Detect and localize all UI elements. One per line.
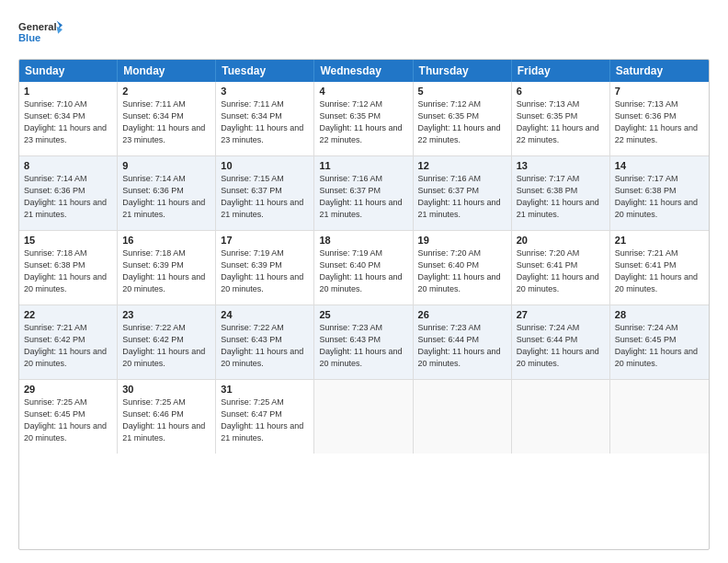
calendar-cell: 8 Sunrise: 7:14 AMSunset: 6:36 PMDayligh… <box>19 156 118 230</box>
day-number: 25 <box>319 309 407 320</box>
calendar-cell: 18 Sunrise: 7:19 AMSunset: 6:40 PMDaylig… <box>314 231 413 304</box>
calendar-cell: 30 Sunrise: 7:25 AMSunset: 6:46 PMDaylig… <box>118 380 216 454</box>
calendar: SundayMondayTuesdayWednesdayThursdayFrid… <box>18 59 710 550</box>
day-number: 19 <box>418 235 506 246</box>
day-number: 17 <box>221 235 309 246</box>
day-number: 20 <box>517 235 605 246</box>
svg-text:Blue: Blue <box>18 32 40 43</box>
day-number: 3 <box>221 86 309 97</box>
calendar-cell: 15 Sunrise: 7:18 AMSunset: 6:38 PMDaylig… <box>19 231 118 304</box>
day-number: 23 <box>122 309 210 320</box>
day-info: Sunrise: 7:19 AMSunset: 6:39 PMDaylight:… <box>221 248 303 293</box>
calendar-cell: 9 Sunrise: 7:14 AMSunset: 6:36 PMDayligh… <box>118 156 216 230</box>
calendar-cell: 4 Sunrise: 7:12 AMSunset: 6:35 PMDayligh… <box>314 82 413 155</box>
calendar-cell: 23 Sunrise: 7:22 AMSunset: 6:42 PMDaylig… <box>118 305 216 379</box>
day-info: Sunrise: 7:14 AMSunset: 6:36 PMDaylight:… <box>24 174 107 219</box>
calendar-cell <box>414 380 512 454</box>
day-info: Sunrise: 7:17 AMSunset: 6:38 PMDaylight:… <box>517 174 599 219</box>
calendar-header-cell: Saturday <box>610 60 709 82</box>
day-info: Sunrise: 7:10 AMSunset: 6:34 PMDaylight:… <box>24 99 107 144</box>
day-number: 12 <box>418 160 506 171</box>
day-info: Sunrise: 7:25 AMSunset: 6:47 PMDaylight:… <box>221 397 303 442</box>
day-info: Sunrise: 7:25 AMSunset: 6:45 PMDaylight:… <box>24 397 107 442</box>
calendar-cell: 3 Sunrise: 7:11 AMSunset: 6:34 PMDayligh… <box>216 82 314 155</box>
day-number: 8 <box>24 160 112 171</box>
calendar-cell: 17 Sunrise: 7:19 AMSunset: 6:39 PMDaylig… <box>216 231 314 304</box>
calendar-cell: 24 Sunrise: 7:22 AMSunset: 6:43 PMDaylig… <box>216 305 314 379</box>
calendar-week: 1 Sunrise: 7:10 AMSunset: 6:34 PMDayligh… <box>19 82 709 156</box>
day-number: 6 <box>517 86 605 97</box>
calendar-cell: 5 Sunrise: 7:12 AMSunset: 6:35 PMDayligh… <box>414 82 512 155</box>
day-info: Sunrise: 7:13 AMSunset: 6:35 PMDaylight:… <box>517 99 599 144</box>
day-number: 24 <box>221 309 309 320</box>
day-info: Sunrise: 7:11 AMSunset: 6:34 PMDaylight:… <box>122 99 205 144</box>
calendar-cell: 26 Sunrise: 7:23 AMSunset: 6:44 PMDaylig… <box>414 305 512 379</box>
calendar-header-cell: Thursday <box>414 60 512 82</box>
day-number: 7 <box>615 86 704 97</box>
day-info: Sunrise: 7:15 AMSunset: 6:37 PMDaylight:… <box>221 174 303 219</box>
day-number: 13 <box>517 160 605 171</box>
day-number: 26 <box>418 309 506 320</box>
calendar-cell: 20 Sunrise: 7:20 AMSunset: 6:41 PMDaylig… <box>512 231 610 304</box>
svg-text:General: General <box>18 21 57 32</box>
calendar-cell: 22 Sunrise: 7:21 AMSunset: 6:42 PMDaylig… <box>19 305 118 379</box>
calendar-cell <box>512 380 610 454</box>
calendar-cell: 29 Sunrise: 7:25 AMSunset: 6:45 PMDaylig… <box>19 380 118 454</box>
day-info: Sunrise: 7:11 AMSunset: 6:34 PMDaylight:… <box>221 99 303 144</box>
calendar-week: 22 Sunrise: 7:21 AMSunset: 6:42 PMDaylig… <box>19 305 709 380</box>
day-number: 2 <box>122 86 210 97</box>
day-number: 28 <box>615 309 704 320</box>
calendar-cell: 12 Sunrise: 7:16 AMSunset: 6:37 PMDaylig… <box>414 156 512 230</box>
calendar-header-cell: Tuesday <box>216 60 314 82</box>
day-info: Sunrise: 7:23 AMSunset: 6:43 PMDaylight:… <box>319 323 402 368</box>
day-info: Sunrise: 7:24 AMSunset: 6:44 PMDaylight:… <box>517 323 599 368</box>
day-info: Sunrise: 7:16 AMSunset: 6:37 PMDaylight:… <box>418 174 501 219</box>
calendar-cell: 16 Sunrise: 7:18 AMSunset: 6:39 PMDaylig… <box>118 231 216 304</box>
day-number: 16 <box>122 235 210 246</box>
day-number: 1 <box>24 86 112 97</box>
day-info: Sunrise: 7:16 AMSunset: 6:37 PMDaylight:… <box>319 174 402 219</box>
calendar-cell: 2 Sunrise: 7:11 AMSunset: 6:34 PMDayligh… <box>118 82 216 155</box>
day-number: 29 <box>24 384 112 395</box>
calendar-week: 29 Sunrise: 7:25 AMSunset: 6:45 PMDaylig… <box>19 380 709 454</box>
day-info: Sunrise: 7:23 AMSunset: 6:44 PMDaylight:… <box>418 323 501 368</box>
calendar-cell: 25 Sunrise: 7:23 AMSunset: 6:43 PMDaylig… <box>314 305 413 379</box>
calendar-cell <box>314 380 413 454</box>
calendar-cell: 21 Sunrise: 7:21 AMSunset: 6:41 PMDaylig… <box>610 231 709 304</box>
day-info: Sunrise: 7:22 AMSunset: 6:42 PMDaylight:… <box>122 323 205 368</box>
day-info: Sunrise: 7:14 AMSunset: 6:36 PMDaylight:… <box>122 174 205 219</box>
header: General Blue <box>18 17 710 50</box>
day-info: Sunrise: 7:12 AMSunset: 6:35 PMDaylight:… <box>418 99 501 144</box>
day-info: Sunrise: 7:24 AMSunset: 6:45 PMDaylight:… <box>615 323 698 368</box>
day-info: Sunrise: 7:18 AMSunset: 6:39 PMDaylight:… <box>122 248 205 293</box>
day-number: 14 <box>615 160 704 171</box>
page: General Blue SundayMondayTuesdayWednesda… <box>0 0 728 563</box>
day-info: Sunrise: 7:13 AMSunset: 6:36 PMDaylight:… <box>615 99 698 144</box>
calendar-header-cell: Wednesday <box>314 60 413 82</box>
calendar-cell: 27 Sunrise: 7:24 AMSunset: 6:44 PMDaylig… <box>512 305 610 379</box>
day-info: Sunrise: 7:22 AMSunset: 6:43 PMDaylight:… <box>221 323 303 368</box>
day-number: 31 <box>221 384 309 395</box>
calendar-header-cell: Sunday <box>19 60 118 82</box>
calendar-cell: 31 Sunrise: 7:25 AMSunset: 6:47 PMDaylig… <box>216 380 314 454</box>
day-number: 30 <box>122 384 210 395</box>
day-number: 10 <box>221 160 309 171</box>
calendar-cell <box>610 380 709 454</box>
day-number: 15 <box>24 235 112 246</box>
day-number: 11 <box>319 160 407 171</box>
day-info: Sunrise: 7:20 AMSunset: 6:41 PMDaylight:… <box>517 248 599 293</box>
day-number: 27 <box>517 309 605 320</box>
day-info: Sunrise: 7:18 AMSunset: 6:38 PMDaylight:… <box>24 248 107 293</box>
day-info: Sunrise: 7:20 AMSunset: 6:40 PMDaylight:… <box>418 248 501 293</box>
day-number: 21 <box>615 235 704 246</box>
calendar-header-cell: Friday <box>512 60 610 82</box>
day-info: Sunrise: 7:19 AMSunset: 6:40 PMDaylight:… <box>319 248 402 293</box>
calendar-cell: 11 Sunrise: 7:16 AMSunset: 6:37 PMDaylig… <box>314 156 413 230</box>
calendar-body: 1 Sunrise: 7:10 AMSunset: 6:34 PMDayligh… <box>19 82 709 454</box>
calendar-week: 15 Sunrise: 7:18 AMSunset: 6:38 PMDaylig… <box>19 231 709 305</box>
day-info: Sunrise: 7:21 AMSunset: 6:41 PMDaylight:… <box>615 248 698 293</box>
calendar-cell: 6 Sunrise: 7:13 AMSunset: 6:35 PMDayligh… <box>512 82 610 155</box>
calendar-cell: 28 Sunrise: 7:24 AMSunset: 6:45 PMDaylig… <box>610 305 709 379</box>
day-info: Sunrise: 7:12 AMSunset: 6:35 PMDaylight:… <box>319 99 402 144</box>
day-number: 4 <box>319 86 407 97</box>
